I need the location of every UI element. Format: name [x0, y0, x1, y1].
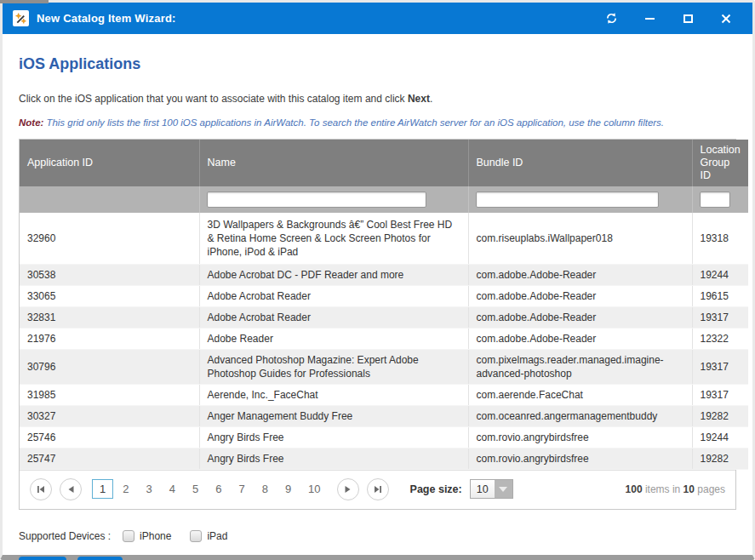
last-page-button[interactable]	[367, 478, 389, 500]
page-number-7[interactable]: 7	[231, 479, 252, 499]
app-row[interactable]: 30327 Anger Management Buddy Free com.oc…	[20, 405, 748, 426]
next-button[interactable]: Next	[77, 557, 123, 560]
app-id-cell: 32831	[20, 306, 199, 328]
app-row[interactable]: 25747 Angry Birds Free com.rovio.angrybi…	[20, 448, 748, 469]
location-group-id-cell: 19317	[692, 384, 748, 405]
location-group-id-cell: 19244	[692, 264, 748, 285]
refresh-icon[interactable]	[603, 11, 619, 26]
location-group-id-cell: 19317	[692, 306, 748, 328]
instruction-prefix: Click on the iOS application that you wa…	[19, 93, 408, 105]
location-group-id-filter-input[interactable]	[700, 191, 730, 208]
app-id-cell: 31985	[20, 384, 199, 405]
page-number-8[interactable]: 8	[255, 479, 276, 499]
column-header-application-id[interactable]: Application ID	[20, 140, 199, 186]
page-number-5[interactable]: 5	[185, 479, 206, 499]
back-button[interactable]: Back	[19, 557, 66, 560]
location-group-id-cell: 19615	[692, 285, 748, 306]
iphone-checkbox-label: iPhone	[140, 530, 171, 542]
location-group-id-cell: 19317	[692, 349, 748, 384]
window-title: New Catalog Item Wizard:	[37, 12, 176, 25]
close-icon[interactable]	[718, 11, 734, 26]
name-filter-input[interactable]	[207, 191, 426, 208]
note-body: This grid only lists the first 100 iOS a…	[46, 117, 664, 128]
app-id-cell: 25747	[20, 448, 199, 469]
supported-devices-row: Supported Devices : iPhone iPad	[19, 530, 736, 542]
page-number-1[interactable]: 1	[92, 479, 113, 499]
page-number-3[interactable]: 3	[138, 479, 159, 499]
app-name-cell: Adobe Acrobat DC - PDF Reader and more	[199, 264, 468, 285]
window-controls	[603, 11, 734, 26]
wizard-content: iOS Applications Click on the iOS applic…	[3, 55, 752, 560]
app-name-cell: Adobe Reader	[199, 328, 468, 349]
page-number-10[interactable]: 10	[300, 479, 328, 499]
applications-table: Application ID Name Bundle ID Location G…	[20, 140, 748, 470]
app-row[interactable]: 30538 Adobe Acrobat DC - PDF Reader and …	[20, 264, 748, 285]
bundle-id-cell: com.adobe.Adobe-Reader	[468, 328, 692, 349]
window-frame-notch	[0, 0, 49, 3]
page-title: iOS Applications	[19, 55, 736, 73]
note-text: Note:This grid only lists the first 100 …	[19, 117, 736, 128]
wizard-app-icon	[13, 10, 29, 26]
app-row[interactable]: 32960 3D Wallpapers & Backgrounds â€” Co…	[20, 213, 748, 264]
app-name-cell: Adobe Acrobat Reader	[199, 285, 468, 306]
previous-page-button[interactable]	[60, 478, 82, 500]
app-name-cell: 3D Wallpapers & Backgrounds â€” Cool Bes…	[199, 213, 468, 264]
page-number-6[interactable]: 6	[208, 479, 229, 499]
minimize-icon[interactable]	[642, 11, 657, 26]
location-group-id-cell: 19282	[692, 405, 748, 426]
bundle-id-cell: com.rovio.angrybirdsfree	[468, 426, 692, 448]
location-group-id-cell: 19318	[692, 213, 748, 264]
bundle-id-filter-input[interactable]	[476, 191, 659, 208]
app-row[interactable]: 31985 Aerende, Inc._FaceChat com.aerende…	[20, 384, 748, 405]
app-id-cell: 30538	[20, 264, 199, 285]
page-size-dropdown[interactable]: 10	[470, 479, 513, 499]
page-number-9[interactable]: 9	[277, 479, 299, 499]
app-row[interactable]: 21976 Adobe Reader com.adobe.Adobe-Reade…	[20, 328, 748, 349]
bundle-id-cell: com.aerende.FaceChat	[468, 384, 692, 405]
bundle-id-cell: com.adobe.Adobe-Reader	[468, 285, 692, 306]
app-row[interactable]: 30796 Advanced Photoshop Magazine: Exper…	[20, 349, 748, 384]
column-header-bundle-id[interactable]: Bundle ID	[468, 140, 692, 186]
bundle-id-cell: com.adobe.Adobe-Reader	[468, 264, 692, 285]
pager-summary: 100 items in 10 pages	[626, 483, 725, 495]
instruction-text: Click on the iOS application that you wa…	[19, 93, 736, 105]
items-count: 100	[626, 483, 643, 495]
page-number-2[interactable]: 2	[115, 479, 136, 499]
supported-devices-label: Supported Devices :	[19, 530, 111, 542]
iphone-checkbox-option[interactable]: iPhone	[123, 530, 171, 542]
column-header-location-group-id[interactable]: Location Group ID	[692, 140, 748, 186]
chevron-down-icon[interactable]	[495, 480, 512, 498]
next-page-button[interactable]	[337, 478, 359, 500]
page-size-value: 10	[471, 480, 495, 498]
applications-grid: Application ID Name Bundle ID Location G…	[19, 139, 736, 510]
summary-mid-text: items in	[643, 483, 684, 495]
header-row: Application ID Name Bundle ID Location G…	[20, 140, 748, 186]
bundle-id-cell: com.adobe.Adobe-Reader	[468, 306, 692, 328]
bundle-id-cell: com.oceanred.angermanagementbuddy	[468, 405, 692, 426]
app-id-cell: 32960	[20, 213, 199, 264]
maximize-icon[interactable]	[680, 11, 695, 26]
bundle-id-cell: com.riseuplabs.iWallpaper018	[468, 213, 692, 264]
app-id-cell: 21976	[20, 328, 199, 349]
first-page-button[interactable]	[30, 478, 52, 500]
app-row[interactable]: 33065 Adobe Acrobat Reader com.adobe.Ado…	[20, 285, 748, 306]
location-group-id-cell: 12322	[692, 328, 748, 349]
filter-cell-bundle-id	[468, 186, 692, 213]
page-number-4[interactable]: 4	[162, 479, 183, 499]
app-name-cell: Angry Birds Free	[199, 426, 468, 448]
bundle-id-cell: com.pixelmags.reader.managed.imagine-adv…	[468, 349, 692, 384]
app-id-cell: 30327	[20, 405, 199, 426]
app-row[interactable]: 25746 Angry Birds Free com.rovio.angrybi…	[20, 426, 748, 448]
filter-cell-location-group-id	[692, 186, 748, 213]
app-row[interactable]: 32831 Adobe Acrobat Reader com.adobe.Ado…	[20, 306, 748, 328]
pager: 1 2 3 4 5 6 7 8 9 10 Page size:	[20, 470, 735, 509]
iphone-checkbox[interactable]	[123, 530, 134, 542]
titlebar: New Catalog Item Wizard:	[3, 3, 752, 34]
ipad-checkbox[interactable]	[190, 530, 202, 542]
location-group-id-cell: 19282	[692, 448, 748, 469]
ipad-checkbox-option[interactable]: iPad	[190, 530, 227, 542]
instruction-suffix: .	[430, 93, 432, 105]
wizard-actions: Back Next	[19, 557, 736, 560]
bundle-id-cell: com.rovio.angrybirdsfree	[468, 448, 692, 469]
column-header-name[interactable]: Name	[199, 140, 468, 186]
